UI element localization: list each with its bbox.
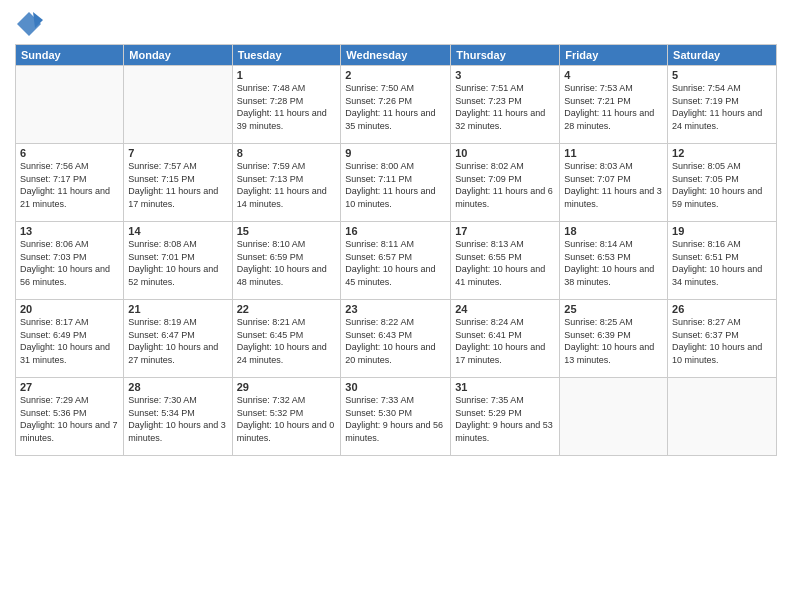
day-info: Sunrise: 7:30 AM Sunset: 5:34 PM Dayligh… [128, 394, 227, 444]
calendar-cell: 20Sunrise: 8:17 AM Sunset: 6:49 PM Dayli… [16, 300, 124, 378]
calendar-cell: 16Sunrise: 8:11 AM Sunset: 6:57 PM Dayli… [341, 222, 451, 300]
weekday-header-monday: Monday [124, 45, 232, 66]
day-info: Sunrise: 8:17 AM Sunset: 6:49 PM Dayligh… [20, 316, 119, 366]
calendar-table: SundayMondayTuesdayWednesdayThursdayFrid… [15, 44, 777, 456]
calendar-cell: 6Sunrise: 7:56 AM Sunset: 7:17 PM Daylig… [16, 144, 124, 222]
day-number: 29 [237, 381, 337, 393]
day-info: Sunrise: 8:10 AM Sunset: 6:59 PM Dayligh… [237, 238, 337, 288]
day-number: 25 [564, 303, 663, 315]
day-info: Sunrise: 7:33 AM Sunset: 5:30 PM Dayligh… [345, 394, 446, 444]
day-number: 31 [455, 381, 555, 393]
calendar-cell: 8Sunrise: 7:59 AM Sunset: 7:13 PM Daylig… [232, 144, 341, 222]
header [15, 10, 777, 38]
calendar-cell: 26Sunrise: 8:27 AM Sunset: 6:37 PM Dayli… [668, 300, 777, 378]
day-info: Sunrise: 7:56 AM Sunset: 7:17 PM Dayligh… [20, 160, 119, 210]
weekday-header-friday: Friday [560, 45, 668, 66]
day-info: Sunrise: 8:06 AM Sunset: 7:03 PM Dayligh… [20, 238, 119, 288]
calendar-cell: 2Sunrise: 7:50 AM Sunset: 7:26 PM Daylig… [341, 66, 451, 144]
day-info: Sunrise: 7:50 AM Sunset: 7:26 PM Dayligh… [345, 82, 446, 132]
calendar-cell: 10Sunrise: 8:02 AM Sunset: 7:09 PM Dayli… [451, 144, 560, 222]
calendar-cell: 25Sunrise: 8:25 AM Sunset: 6:39 PM Dayli… [560, 300, 668, 378]
day-number: 3 [455, 69, 555, 81]
weekday-header-row: SundayMondayTuesdayWednesdayThursdayFrid… [16, 45, 777, 66]
day-number: 4 [564, 69, 663, 81]
day-info: Sunrise: 7:59 AM Sunset: 7:13 PM Dayligh… [237, 160, 337, 210]
day-number: 23 [345, 303, 446, 315]
calendar-cell [668, 378, 777, 456]
weekday-header-saturday: Saturday [668, 45, 777, 66]
calendar-cell: 23Sunrise: 8:22 AM Sunset: 6:43 PM Dayli… [341, 300, 451, 378]
day-info: Sunrise: 7:29 AM Sunset: 5:36 PM Dayligh… [20, 394, 119, 444]
logo-icon [15, 10, 43, 38]
calendar-cell: 22Sunrise: 8:21 AM Sunset: 6:45 PM Dayli… [232, 300, 341, 378]
day-number: 9 [345, 147, 446, 159]
day-number: 19 [672, 225, 772, 237]
calendar-week-2: 6Sunrise: 7:56 AM Sunset: 7:17 PM Daylig… [16, 144, 777, 222]
day-info: Sunrise: 8:19 AM Sunset: 6:47 PM Dayligh… [128, 316, 227, 366]
weekday-header-sunday: Sunday [16, 45, 124, 66]
day-number: 5 [672, 69, 772, 81]
calendar-cell: 19Sunrise: 8:16 AM Sunset: 6:51 PM Dayli… [668, 222, 777, 300]
day-info: Sunrise: 8:02 AM Sunset: 7:09 PM Dayligh… [455, 160, 555, 210]
weekday-header-tuesday: Tuesday [232, 45, 341, 66]
day-number: 11 [564, 147, 663, 159]
day-number: 22 [237, 303, 337, 315]
day-number: 14 [128, 225, 227, 237]
calendar-week-5: 27Sunrise: 7:29 AM Sunset: 5:36 PM Dayli… [16, 378, 777, 456]
page: SundayMondayTuesdayWednesdayThursdayFrid… [0, 0, 792, 612]
day-number: 6 [20, 147, 119, 159]
day-number: 13 [20, 225, 119, 237]
day-number: 20 [20, 303, 119, 315]
day-number: 12 [672, 147, 772, 159]
calendar-cell: 21Sunrise: 8:19 AM Sunset: 6:47 PM Dayli… [124, 300, 232, 378]
day-number: 10 [455, 147, 555, 159]
calendar-cell: 4Sunrise: 7:53 AM Sunset: 7:21 PM Daylig… [560, 66, 668, 144]
day-number: 28 [128, 381, 227, 393]
day-info: Sunrise: 7:57 AM Sunset: 7:15 PM Dayligh… [128, 160, 227, 210]
day-number: 18 [564, 225, 663, 237]
calendar-cell: 15Sunrise: 8:10 AM Sunset: 6:59 PM Dayli… [232, 222, 341, 300]
day-info: Sunrise: 8:05 AM Sunset: 7:05 PM Dayligh… [672, 160, 772, 210]
day-info: Sunrise: 8:27 AM Sunset: 6:37 PM Dayligh… [672, 316, 772, 366]
weekday-header-wednesday: Wednesday [341, 45, 451, 66]
weekday-header-thursday: Thursday [451, 45, 560, 66]
day-info: Sunrise: 8:00 AM Sunset: 7:11 PM Dayligh… [345, 160, 446, 210]
day-info: Sunrise: 8:13 AM Sunset: 6:55 PM Dayligh… [455, 238, 555, 288]
calendar-cell: 13Sunrise: 8:06 AM Sunset: 7:03 PM Dayli… [16, 222, 124, 300]
day-number: 8 [237, 147, 337, 159]
day-number: 21 [128, 303, 227, 315]
day-info: Sunrise: 8:21 AM Sunset: 6:45 PM Dayligh… [237, 316, 337, 366]
calendar-cell: 14Sunrise: 8:08 AM Sunset: 7:01 PM Dayli… [124, 222, 232, 300]
calendar-cell: 7Sunrise: 7:57 AM Sunset: 7:15 PM Daylig… [124, 144, 232, 222]
day-number: 30 [345, 381, 446, 393]
calendar-cell: 1Sunrise: 7:48 AM Sunset: 7:28 PM Daylig… [232, 66, 341, 144]
day-info: Sunrise: 8:08 AM Sunset: 7:01 PM Dayligh… [128, 238, 227, 288]
calendar-cell: 28Sunrise: 7:30 AM Sunset: 5:34 PM Dayli… [124, 378, 232, 456]
day-info: Sunrise: 7:54 AM Sunset: 7:19 PM Dayligh… [672, 82, 772, 132]
day-info: Sunrise: 8:22 AM Sunset: 6:43 PM Dayligh… [345, 316, 446, 366]
calendar-week-4: 20Sunrise: 8:17 AM Sunset: 6:49 PM Dayli… [16, 300, 777, 378]
calendar-cell: 31Sunrise: 7:35 AM Sunset: 5:29 PM Dayli… [451, 378, 560, 456]
day-info: Sunrise: 8:03 AM Sunset: 7:07 PM Dayligh… [564, 160, 663, 210]
day-number: 2 [345, 69, 446, 81]
day-info: Sunrise: 7:48 AM Sunset: 7:28 PM Dayligh… [237, 82, 337, 132]
calendar-cell: 12Sunrise: 8:05 AM Sunset: 7:05 PM Dayli… [668, 144, 777, 222]
day-info: Sunrise: 8:11 AM Sunset: 6:57 PM Dayligh… [345, 238, 446, 288]
day-number: 7 [128, 147, 227, 159]
calendar-cell [560, 378, 668, 456]
day-info: Sunrise: 8:16 AM Sunset: 6:51 PM Dayligh… [672, 238, 772, 288]
day-info: Sunrise: 7:53 AM Sunset: 7:21 PM Dayligh… [564, 82, 663, 132]
day-number: 26 [672, 303, 772, 315]
day-info: Sunrise: 7:51 AM Sunset: 7:23 PM Dayligh… [455, 82, 555, 132]
calendar-cell [124, 66, 232, 144]
day-info: Sunrise: 8:14 AM Sunset: 6:53 PM Dayligh… [564, 238, 663, 288]
calendar-cell: 11Sunrise: 8:03 AM Sunset: 7:07 PM Dayli… [560, 144, 668, 222]
day-info: Sunrise: 8:24 AM Sunset: 6:41 PM Dayligh… [455, 316, 555, 366]
day-info: Sunrise: 7:32 AM Sunset: 5:32 PM Dayligh… [237, 394, 337, 444]
day-number: 27 [20, 381, 119, 393]
day-number: 16 [345, 225, 446, 237]
calendar-week-1: 1Sunrise: 7:48 AM Sunset: 7:28 PM Daylig… [16, 66, 777, 144]
calendar-cell: 9Sunrise: 8:00 AM Sunset: 7:11 PM Daylig… [341, 144, 451, 222]
calendar-cell: 3Sunrise: 7:51 AM Sunset: 7:23 PM Daylig… [451, 66, 560, 144]
calendar-cell: 30Sunrise: 7:33 AM Sunset: 5:30 PM Dayli… [341, 378, 451, 456]
